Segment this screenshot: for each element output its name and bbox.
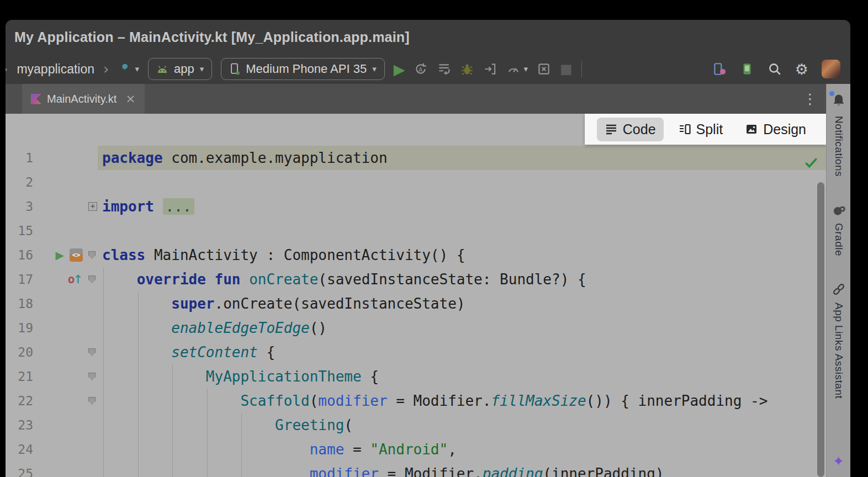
- line-number[interactable]: 19: [6, 321, 33, 335]
- run-button[interactable]: ▶: [394, 61, 405, 78]
- user-avatar[interactable]: [822, 60, 840, 78]
- running-devices-icon: [740, 62, 754, 76]
- tool-stripe-app-links[interactable]: App Links Assistant: [831, 282, 846, 399]
- search-everywhere-button[interactable]: [768, 62, 782, 76]
- override-gutter-icon[interactable]: o↑: [68, 273, 83, 286]
- code-editor[interactable]: Code Split: [6, 114, 826, 477]
- fold-marker-minus[interactable]: [88, 251, 96, 259]
- profiler-button[interactable]: ▾: [506, 62, 528, 76]
- inspections-status-check-icon[interactable]: [804, 156, 818, 172]
- line-number[interactable]: 24: [6, 442, 33, 457]
- line-number[interactable]: 3: [6, 199, 33, 214]
- view-design-button[interactable]: Design: [737, 118, 814, 141]
- main-toolbar: › myapplication › ▾ app ▾: [6, 54, 850, 84]
- code-text: MyApplicationTheme {: [98, 364, 826, 389]
- debug-button[interactable]: [460, 62, 474, 76]
- line-number[interactable]: 18: [6, 296, 33, 311]
- attach-debugger-icon: [483, 62, 497, 76]
- fold-column: [88, 348, 98, 356]
- code-line[interactable]: 3+import ...: [6, 194, 826, 219]
- view-code-button[interactable]: Code: [597, 118, 664, 141]
- editor-scrollbar[interactable]: [817, 182, 824, 477]
- line-number[interactable]: 23: [6, 418, 33, 432]
- view-mode-switcher: Code Split: [585, 114, 826, 145]
- view-split-button[interactable]: Split: [670, 118, 731, 141]
- code-line[interactable]: 1package com.example.myapplication: [6, 146, 826, 170]
- fold-column: [88, 397, 98, 405]
- code-line[interactable]: 20 setContent {: [6, 340, 826, 364]
- fold-marker-minus[interactable]: [88, 348, 96, 356]
- code-line[interactable]: 15: [6, 219, 826, 243]
- line-number[interactable]: 21: [6, 369, 33, 384]
- close-tab-icon[interactable]: ×: [125, 93, 135, 105]
- terminate-app-button[interactable]: [537, 62, 551, 76]
- design-view-icon: [745, 123, 758, 136]
- fold-marker-minus[interactable]: [88, 275, 96, 283]
- app-links-chain-icon: [831, 282, 846, 297]
- device-mirroring-button[interactable]: [712, 62, 727, 76]
- line-number[interactable]: 1: [6, 151, 33, 165]
- running-devices-button[interactable]: [740, 62, 754, 76]
- build-tool-button[interactable]: ▾: [118, 62, 139, 76]
- code-line[interactable]: 16▶<>class MainActivity : ComponentActiv…: [6, 243, 826, 267]
- tab-options-kebab-icon[interactable]: ⋮: [803, 91, 817, 107]
- settings-button[interactable]: ⚙: [795, 61, 808, 78]
- class-gutter-icon[interactable]: <>: [70, 248, 83, 262]
- title-bar[interactable]: My Application – MainActivity.kt [My_App…: [6, 20, 850, 54]
- code-line[interactable]: 21 MyApplicationTheme {: [6, 364, 826, 389]
- line-number[interactable]: 15: [6, 224, 33, 238]
- code-line[interactable]: 19 enableEdgeToEdge(): [6, 316, 826, 340]
- apply-changes-button[interactable]: A: [414, 62, 428, 76]
- gemini-sparkle-icon[interactable]: ✦: [833, 453, 844, 469]
- line-number[interactable]: 22: [6, 394, 33, 408]
- fold-marker-minus[interactable]: [88, 397, 96, 405]
- gutter-icons: ▶<>: [33, 248, 88, 262]
- view-code-label: Code: [623, 121, 656, 137]
- fold-marker-minus[interactable]: [88, 373, 96, 380]
- tab-title: MainActivity.kt: [47, 93, 117, 105]
- code-text: override fun onCreate(savedInstanceState…: [98, 267, 826, 292]
- code-text: modifier = Modifier.padding(innerPadding…: [98, 462, 826, 477]
- line-number[interactable]: 25: [6, 467, 33, 477]
- device-selector[interactable]: Medium Phone API 35 ▾: [221, 58, 384, 80]
- right-tool-stripe: Notifications Gradle: [826, 84, 850, 477]
- apply-code-changes-button[interactable]: [437, 62, 451, 76]
- run-config-label: app: [174, 62, 194, 76]
- view-design-label: Design: [763, 121, 806, 137]
- attach-debugger-button[interactable]: [483, 62, 497, 76]
- code-text: import ...: [98, 194, 826, 219]
- code-text: package com.example.myapplication: [98, 146, 826, 170]
- terminate-app-icon: [537, 62, 551, 76]
- line-number[interactable]: 17: [6, 272, 33, 287]
- split-view-icon: [678, 123, 691, 136]
- run-gutter-icon[interactable]: ▶: [56, 248, 64, 262]
- code-line[interactable]: 22 Scaffold(modifier = Modifier.fillMaxS…: [6, 389, 826, 413]
- stop-button[interactable]: ■: [560, 61, 573, 77]
- code-lines: 1package com.example.myapplication23+imp…: [6, 114, 826, 477]
- code-line[interactable]: 18 super.onCreate(savedInstanceState): [6, 292, 826, 316]
- caret-down-icon: ▾: [523, 65, 528, 73]
- code-line[interactable]: 24 name = "Android",: [6, 437, 826, 462]
- code-text: setContent {: [98, 340, 826, 364]
- tool-stripe-notifications[interactable]: Notifications: [831, 93, 846, 177]
- stripe-label-app-links: App Links Assistant: [833, 303, 845, 399]
- line-number[interactable]: 20: [6, 345, 33, 359]
- code-line[interactable]: 23 Greeting(: [6, 413, 826, 437]
- code-line[interactable]: 25 modifier = Modifier.padding(innerPadd…: [6, 462, 826, 477]
- tool-stripe-gradle[interactable]: Gradle: [831, 202, 846, 256]
- breadcrumb-chevron-icon: ›: [6, 62, 8, 76]
- stripe-label-gradle: Gradle: [833, 223, 845, 256]
- main-area: MainActivity.kt × ⋮: [6, 84, 850, 477]
- code-line[interactable]: 17o↑ override fun onCreate(savedInstance…: [6, 267, 826, 292]
- run-config-selector[interactable]: app ▾: [148, 58, 212, 80]
- line-number[interactable]: 16: [6, 248, 33, 262]
- fold-marker-plus[interactable]: +: [88, 202, 97, 211]
- code-view-icon: [605, 123, 618, 136]
- svg-text:A: A: [419, 67, 423, 73]
- project-breadcrumb[interactable]: myapplication: [17, 62, 94, 77]
- line-number[interactable]: 2: [6, 175, 33, 189]
- code-line[interactable]: 2: [6, 170, 826, 194]
- fold-column: [88, 373, 98, 380]
- tab-mainactivity[interactable]: MainActivity.kt ×: [22, 84, 145, 114]
- code-text: Scaffold(modifier = Modifier.fillMaxSize…: [98, 389, 826, 413]
